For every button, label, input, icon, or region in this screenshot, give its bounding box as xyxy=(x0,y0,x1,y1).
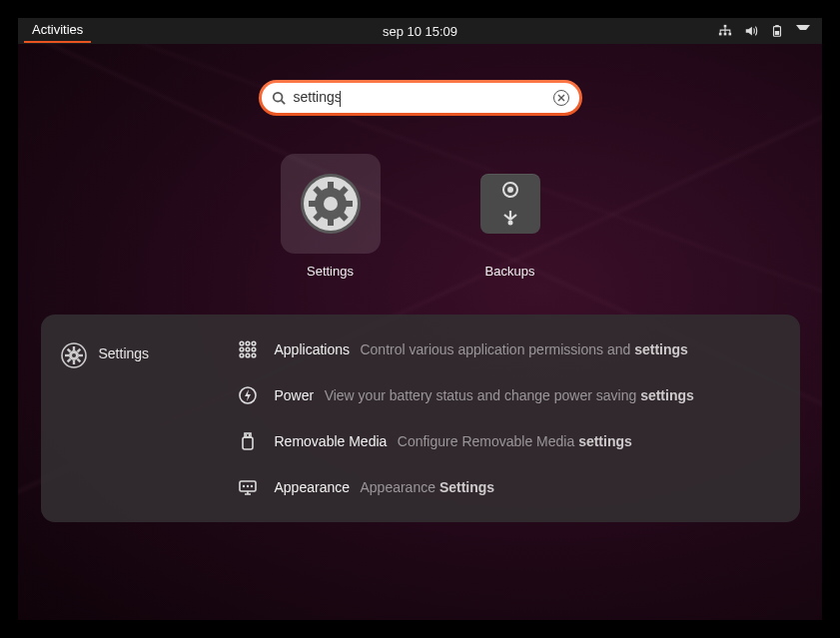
activities-button[interactable]: Activities xyxy=(24,19,91,43)
svg-rect-46 xyxy=(246,434,247,436)
chevron-down-icon xyxy=(796,25,810,39)
power-icon xyxy=(237,384,259,406)
svg-point-19 xyxy=(324,197,338,211)
results-list: Applications Control various application… xyxy=(237,338,780,498)
search-field-frame: settings xyxy=(259,80,582,116)
svg-rect-44 xyxy=(243,437,253,449)
svg-rect-47 xyxy=(248,434,249,436)
gear-icon xyxy=(61,342,87,368)
result-source[interactable]: Settings xyxy=(61,338,211,498)
svg-rect-5 xyxy=(775,25,779,27)
app-results-row: Settings Backups xyxy=(281,154,560,279)
search-input[interactable]: settings xyxy=(294,89,545,106)
volume-icon xyxy=(744,24,758,38)
svg-rect-1 xyxy=(719,33,722,36)
svg-point-22 xyxy=(507,221,512,226)
svg-point-40 xyxy=(240,353,244,357)
activities-overlay: settings xyxy=(18,44,822,620)
result-text: Appearance Appearance Settings xyxy=(275,478,495,496)
search-query-text: settings xyxy=(294,89,342,105)
svg-rect-12 xyxy=(328,216,334,226)
text-caret xyxy=(340,91,341,107)
result-applications[interactable]: Applications Control various application… xyxy=(237,338,780,360)
svg-point-49 xyxy=(242,485,244,487)
search-results-panel: Settings Applications Control various ap… xyxy=(41,315,800,522)
system-tray[interactable] xyxy=(718,23,816,39)
result-title: Appearance xyxy=(275,479,351,495)
svg-rect-28 xyxy=(79,354,83,356)
svg-rect-3 xyxy=(729,33,732,36)
app-label: Settings xyxy=(307,264,354,279)
result-source-label: Settings xyxy=(99,342,150,361)
app-result-backups[interactable]: Backups xyxy=(460,154,560,279)
result-title: Removable Media xyxy=(275,433,388,449)
result-text: Applications Control various application… xyxy=(275,340,688,358)
svg-rect-2 xyxy=(724,33,727,36)
svg-point-36 xyxy=(252,341,256,345)
result-text: Power View your battery status and chang… xyxy=(275,386,694,404)
usb-icon xyxy=(237,430,259,452)
result-description: Appearance Settings xyxy=(360,479,494,495)
result-description: View your battery status and change powe… xyxy=(325,387,694,403)
svg-rect-11 xyxy=(328,182,334,192)
network-icon xyxy=(718,24,732,38)
result-title: Power xyxy=(275,387,315,403)
svg-rect-25 xyxy=(72,346,74,350)
result-description: Control various application permissions … xyxy=(360,341,687,357)
result-appearance[interactable]: Appearance Appearance Settings xyxy=(237,476,780,498)
display-icon xyxy=(237,476,259,498)
app-tile xyxy=(460,154,560,254)
svg-rect-26 xyxy=(72,360,74,364)
svg-point-37 xyxy=(240,347,244,351)
svg-point-33 xyxy=(72,353,76,357)
result-power[interactable]: Power View your battery status and chang… xyxy=(237,384,780,406)
svg-point-42 xyxy=(252,353,256,357)
result-title: Applications xyxy=(275,341,351,357)
svg-point-7 xyxy=(273,93,282,102)
result-text: Removable Media Configure Removable Medi… xyxy=(275,432,632,450)
svg-rect-6 xyxy=(775,31,779,35)
desktop: Activities sep 10 15:09 settings xyxy=(18,18,822,620)
svg-rect-13 xyxy=(309,201,319,207)
svg-point-39 xyxy=(252,347,256,351)
svg-rect-0 xyxy=(724,25,727,28)
svg-point-35 xyxy=(246,341,250,345)
svg-point-50 xyxy=(246,485,248,487)
top-bar: Activities sep 10 15:09 xyxy=(18,18,822,44)
grid-icon xyxy=(237,338,259,360)
battery-icon xyxy=(770,24,784,38)
app-label: Backups xyxy=(485,264,535,279)
svg-point-38 xyxy=(246,347,250,351)
svg-rect-27 xyxy=(65,354,69,356)
result-description: Configure Removable Media settings xyxy=(398,433,632,449)
svg-rect-14 xyxy=(343,201,353,207)
svg-point-21 xyxy=(507,187,513,193)
search-icon xyxy=(272,91,286,105)
svg-point-34 xyxy=(240,341,244,345)
clock[interactable]: sep 10 15:09 xyxy=(383,24,457,39)
svg-rect-45 xyxy=(245,433,251,437)
app-result-settings[interactable]: Settings xyxy=(281,154,381,279)
svg-point-51 xyxy=(250,485,252,487)
svg-point-41 xyxy=(246,353,250,357)
backups-icon xyxy=(480,174,540,234)
gear-icon xyxy=(295,168,367,240)
close-icon xyxy=(557,94,565,102)
app-tile xyxy=(281,154,381,254)
result-removable-media[interactable]: Removable Media Configure Removable Medi… xyxy=(237,430,780,452)
search-input-container[interactable]: settings xyxy=(262,83,579,113)
clear-search-button[interactable] xyxy=(553,90,569,106)
